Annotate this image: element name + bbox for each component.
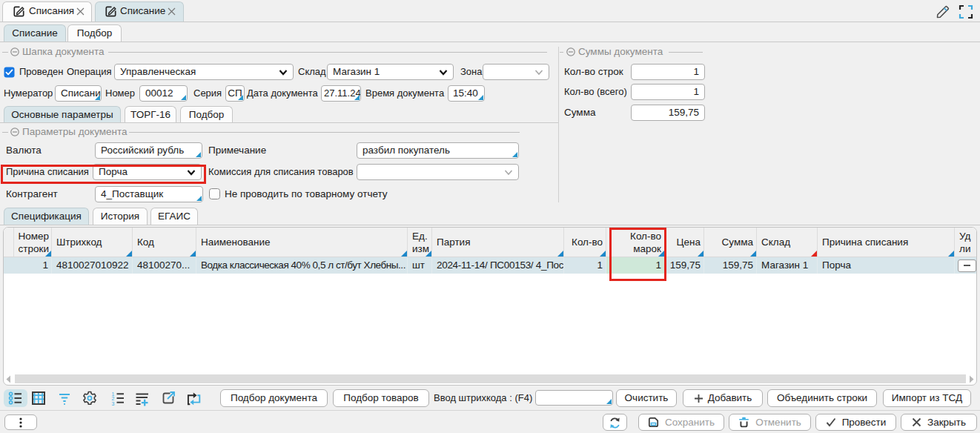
svg-text:3: 3: [112, 401, 115, 406]
